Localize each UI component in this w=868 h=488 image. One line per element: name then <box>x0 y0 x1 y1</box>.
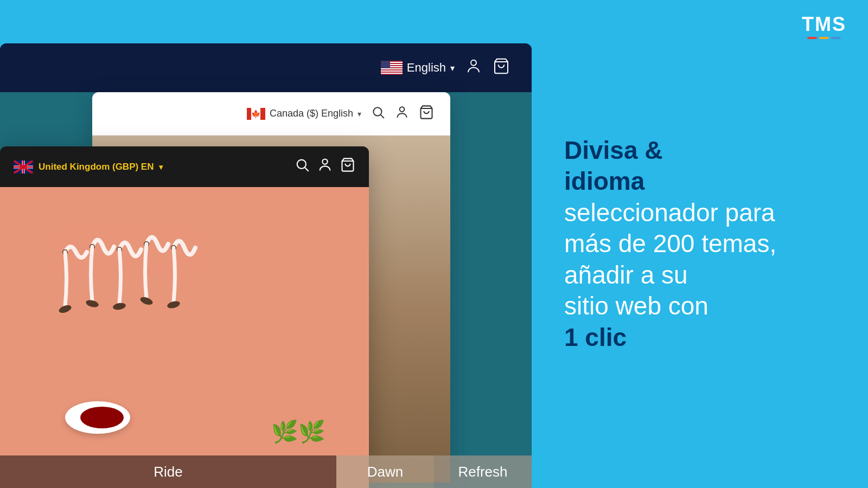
browser-1-header: English ▾ <box>0 43 532 92</box>
right-panel: Divisa &idioma seleccionador paramás de … <box>542 0 868 488</box>
language-selector-canada[interactable]: 🍁 Canada ($) English ▾ <box>247 108 361 120</box>
food-illustration <box>22 209 228 371</box>
svg-line-7 <box>305 168 308 171</box>
flag-ca-icon: 🍁 <box>247 108 265 120</box>
theme-refresh-label: Refresh <box>434 455 532 488</box>
tms-bar-red <box>807 37 817 39</box>
svg-point-17 <box>112 302 126 311</box>
language-selector-uk[interactable]: United Kingdom (GBP) EN ▾ <box>14 160 287 174</box>
browser-2-header: 🍁 Canada ($) English ▾ <box>92 92 450 136</box>
browser-3-body: 🌿🌿 <box>0 187 369 488</box>
tms-logo-underline <box>807 37 841 39</box>
browser-3-header: United Kingdom (GBP) EN ▾ <box>0 146 369 187</box>
chevron-down-icon: ▾ <box>358 110 361 118</box>
svg-point-8 <box>322 159 327 164</box>
cart-icon[interactable] <box>419 105 434 123</box>
flag-uk-icon <box>14 160 33 174</box>
heading-divisa: Divisa &idioma <box>564 136 663 196</box>
flag-us-icon <box>381 61 403 75</box>
svg-point-0 <box>471 60 476 65</box>
svg-point-4 <box>400 107 405 112</box>
english-label: English <box>407 61 446 75</box>
svg-point-2 <box>373 107 381 115</box>
marketing-text: Divisa &idioma seleccionador paramás de … <box>564 135 776 354</box>
theme-ride-label: Ride <box>0 455 336 488</box>
user-icon[interactable] <box>317 157 333 176</box>
tms-bar-orange <box>819 37 829 39</box>
svg-point-6 <box>297 160 306 169</box>
uk-lang-label: United Kingdom (GBP) EN <box>39 162 154 172</box>
chevron-down-icon: ▾ <box>450 63 455 73</box>
user-icon[interactable] <box>465 58 482 78</box>
user-icon[interactable] <box>395 105 409 123</box>
herbs: 🌿🌿 <box>271 419 326 445</box>
theme-dawn-label: Dawn <box>336 455 434 488</box>
subtext-line1: seleccionador paramás de 200 temas,añadi… <box>564 198 776 320</box>
tms-bar-blue <box>831 37 841 39</box>
theme-labels: Ride Dawn Refresh <box>0 455 532 488</box>
cart-icon[interactable] <box>493 57 510 79</box>
tms-logo-text: TMS <box>802 13 846 36</box>
browser-3-uk: United Kingdom (GBP) EN ▾ <box>0 146 369 488</box>
subtext-clic: 1 clic <box>564 323 627 351</box>
cart-icon[interactable] <box>340 157 355 176</box>
tms-logo: TMS <box>802 13 846 39</box>
canada-lang-label: Canada ($) English <box>270 108 353 119</box>
sauce <box>80 407 124 428</box>
search-icon[interactable] <box>371 105 385 123</box>
chevron-down-icon: ▾ <box>159 163 163 171</box>
left-area: English ▾ <box>0 0 542 488</box>
svg-line-3 <box>381 114 384 118</box>
language-selector-english[interactable]: English ▾ <box>381 61 455 75</box>
search-icon[interactable] <box>295 157 310 176</box>
